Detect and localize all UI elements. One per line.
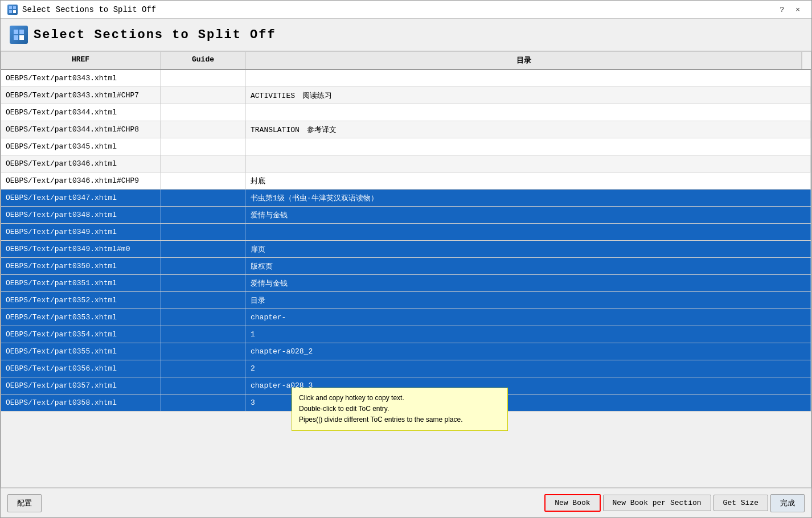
table-row[interactable]: OEBPS/Text/part0344.xhtml bbox=[1, 104, 811, 121]
cell-href: OEBPS/Text/part0344.xhtml#CHP8 bbox=[1, 121, 161, 138]
col-toc: 目录 bbox=[246, 52, 802, 69]
cell-href: OEBPS/Text/part0346.xhtml#CHP9 bbox=[1, 172, 161, 189]
table-row[interactable]: OEBPS/Text/part0347.xhtml 书虫第1级（书虫·牛津英汉双… bbox=[1, 190, 811, 207]
table-row[interactable]: OEBPS/Text/part0355.xhtml chapter-a028_2 bbox=[1, 343, 811, 360]
cell-href: OEBPS/Text/part0346.xhtml bbox=[1, 155, 161, 172]
main-table-container: HREF Guide 目录 OEBPS/Text/part0343.xhtml … bbox=[1, 51, 811, 488]
cell-guide bbox=[161, 121, 246, 138]
cell-href: OEBPS/Text/part0355.xhtml bbox=[1, 343, 161, 360]
table-row[interactable]: OEBPS/Text/part0345.xhtml bbox=[1, 138, 811, 155]
cell-toc: 1 bbox=[246, 326, 811, 343]
new-book-per-section-button[interactable]: New Book per Section bbox=[603, 495, 711, 511]
table-row[interactable]: OEBPS/Text/part0344.xhtml#CHP8 TRANSLATI… bbox=[1, 121, 811, 138]
cell-href: OEBPS/Text/part0357.xhtml bbox=[1, 377, 161, 394]
cell-href: OEBPS/Text/part0347.xhtml bbox=[1, 190, 161, 206]
svg-rect-2 bbox=[9, 10, 12, 13]
main-window: Select Sections to Split Off ? × Select … bbox=[0, 0, 812, 518]
col-href: HREF bbox=[1, 52, 161, 69]
cell-toc: chapter- bbox=[246, 309, 811, 326]
cell-toc: 爱情与金钱 bbox=[246, 275, 811, 291]
cell-guide bbox=[161, 207, 246, 223]
tooltip-line3: Pipes(|) divide different ToC entries to… bbox=[299, 416, 463, 424]
table-row[interactable]: OEBPS/Text/part0350.xhtml 版权页 bbox=[1, 258, 811, 275]
table-row[interactable]: OEBPS/Text/part0352.xhtml 目录 bbox=[1, 292, 811, 309]
cell-href: OEBPS/Text/part0353.xhtml bbox=[1, 309, 161, 326]
cell-toc: ACTIVITIES 阅读练习 bbox=[246, 87, 811, 104]
cell-toc: 扉页 bbox=[246, 241, 811, 257]
table-row[interactable]: OEBPS/Text/part0346.xhtml bbox=[1, 155, 811, 172]
cell-guide bbox=[161, 326, 246, 343]
tooltip-line2: Double-click to edit ToC entry. bbox=[299, 405, 389, 413]
cell-guide bbox=[161, 309, 246, 326]
cell-toc: 版权页 bbox=[246, 258, 811, 274]
help-button[interactable]: ? bbox=[775, 4, 789, 15]
cell-toc: 封底 bbox=[246, 172, 811, 189]
cell-guide bbox=[161, 155, 246, 172]
window-header: Select Sections to Split Off bbox=[1, 19, 811, 51]
header-icon bbox=[10, 26, 28, 44]
cell-guide bbox=[161, 377, 246, 394]
table-row[interactable]: OEBPS/Text/part0343.xhtml bbox=[1, 70, 811, 87]
close-button[interactable]: × bbox=[791, 4, 805, 15]
table-row[interactable]: OEBPS/Text/part0354.xhtml 1 bbox=[1, 326, 811, 343]
table-row[interactable]: OEBPS/Text/part0343.xhtml#CHP7 ACTIVITIE… bbox=[1, 87, 811, 104]
cell-href: OEBPS/Text/part0345.xhtml bbox=[1, 138, 161, 155]
tooltip-line1: Click and copy hotkey to copy text. bbox=[299, 394, 404, 402]
cell-guide bbox=[161, 241, 246, 257]
new-book-button[interactable]: New Book bbox=[544, 494, 600, 512]
cell-href: OEBPS/Text/part0349.xhtml bbox=[1, 224, 161, 240]
table-row[interactable]: OEBPS/Text/part0349.xhtml#m0 扉页 bbox=[1, 241, 811, 258]
cell-href: OEBPS/Text/part0350.xhtml bbox=[1, 258, 161, 274]
svg-rect-0 bbox=[9, 6, 12, 9]
cell-href: OEBPS/Text/part0349.xhtml#m0 bbox=[1, 241, 161, 257]
table-row[interactable]: OEBPS/Text/part0356.xhtml 2 bbox=[1, 360, 811, 377]
svg-rect-1 bbox=[13, 6, 16, 9]
header-scrollbar-space bbox=[802, 52, 811, 69]
window-icon bbox=[7, 5, 18, 15]
cell-href: OEBPS/Text/part0343.xhtml bbox=[1, 70, 161, 87]
table-row[interactable]: OEBPS/Text/part0353.xhtml chapter- bbox=[1, 309, 811, 326]
cell-guide bbox=[161, 138, 246, 155]
config-button[interactable]: 配置 bbox=[7, 494, 42, 512]
cell-guide bbox=[161, 360, 246, 377]
cell-guide bbox=[161, 343, 246, 360]
svg-rect-4 bbox=[14, 30, 18, 34]
tooltip-box: Click and copy hotkey to copy text. Doub… bbox=[292, 388, 508, 431]
cell-href: OEBPS/Text/part0358.xhtml bbox=[1, 394, 161, 411]
svg-rect-5 bbox=[19, 30, 24, 34]
cell-guide bbox=[161, 275, 246, 291]
table-row[interactable]: OEBPS/Text/part0346.xhtml#CHP9 封底 bbox=[1, 172, 811, 190]
cell-toc: 书虫第1级（书虫·牛津英汉双语读物） bbox=[246, 190, 811, 206]
table-row[interactable]: OEBPS/Text/part0348.xhtml 爱情与金钱 bbox=[1, 207, 811, 224]
footer-left: 配置 bbox=[7, 494, 42, 512]
cell-guide bbox=[161, 70, 246, 87]
cell-href: OEBPS/Text/part0351.xhtml bbox=[1, 275, 161, 291]
table-row[interactable]: OEBPS/Text/part0349.xhtml bbox=[1, 224, 811, 241]
done-button[interactable]: 完成 bbox=[770, 494, 805, 512]
footer: 配置 New Book New Book per Section Get Siz… bbox=[1, 488, 811, 517]
svg-rect-6 bbox=[14, 35, 18, 40]
cell-href: OEBPS/Text/part0354.xhtml bbox=[1, 326, 161, 343]
title-bar: Select Sections to Split Off ? × bbox=[1, 1, 811, 19]
footer-right: New Book New Book per Section Get Size 完… bbox=[544, 494, 805, 512]
col-guide: Guide bbox=[161, 52, 246, 69]
svg-rect-3 bbox=[13, 10, 16, 13]
cell-toc bbox=[246, 224, 811, 240]
cell-toc bbox=[246, 155, 811, 172]
cell-toc bbox=[246, 70, 811, 87]
cell-href: OEBPS/Text/part0356.xhtml bbox=[1, 360, 161, 377]
cell-guide bbox=[161, 104, 246, 121]
header-title: Select Sections to Split Off bbox=[34, 28, 276, 42]
cell-guide bbox=[161, 190, 246, 206]
title-bar-controls: ? × bbox=[775, 4, 805, 15]
title-bar-left: Select Sections to Split Off bbox=[7, 5, 156, 15]
cell-guide bbox=[161, 87, 246, 104]
cell-toc: 爱情与金钱 bbox=[246, 207, 811, 223]
title-bar-text: Select Sections to Split Off bbox=[22, 5, 156, 14]
get-size-button[interactable]: Get Size bbox=[713, 495, 768, 511]
table-row[interactable]: OEBPS/Text/part0351.xhtml 爱情与金钱 bbox=[1, 275, 811, 292]
svg-rect-7 bbox=[19, 35, 24, 40]
cell-href: OEBPS/Text/part0343.xhtml#CHP7 bbox=[1, 87, 161, 104]
table-header: HREF Guide 目录 bbox=[1, 52, 811, 70]
cell-toc: 目录 bbox=[246, 292, 811, 309]
